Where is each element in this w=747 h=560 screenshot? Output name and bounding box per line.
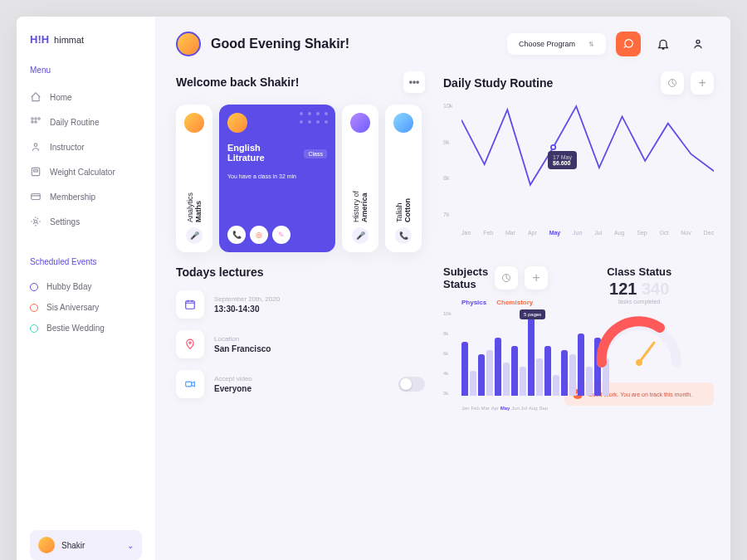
lecture-item-location: LocationSan Francisco <box>176 330 425 358</box>
line-chart: 10k9k8k7k 17 May $6.600 JanFebMarAprMayJ… <box>443 103 714 236</box>
menu-item-label: Instructor <box>50 143 85 152</box>
svg-point-12 <box>308 112 311 115</box>
lecture-item-time: September 20th, 202013:30-14:30 <box>176 290 425 319</box>
menu-item-label: Weight Calculator <box>50 168 115 177</box>
bar <box>486 350 493 396</box>
avatar[interactable] <box>176 32 201 56</box>
svg-point-25 <box>636 359 642 366</box>
chart-type-button[interactable] <box>661 71 684 95</box>
topbar: Good Evening Shakir! Choose Program ⇅ <box>156 17 730 71</box>
app-window: H!H himmat Menu Home Daily Routine Instr… <box>17 17 730 560</box>
svg-point-17 <box>316 120 320 124</box>
bars <box>461 311 548 396</box>
bar-chart: 10k8k6k4k0k 5 pages JanFebMarAprMayJunJu… <box>443 311 548 411</box>
status-value: 121 340 <box>564 280 714 299</box>
chart-type-button[interactable] <box>495 266 518 290</box>
bottom-right: Subjects Status + Physics Chemistory 10k… <box>443 265 714 560</box>
logo[interactable]: H!H himmat <box>30 33 142 46</box>
subject-tabs: Physics Chemistory <box>443 299 548 306</box>
chat-button[interactable] <box>616 32 641 56</box>
course-card[interactable]: TaliahCotton 📞 <box>385 105 422 252</box>
status-section: Class Status 121 340 tasks completed ✓ <box>564 265 714 560</box>
main: Good Evening Shakir! Choose Program ⇅ We… <box>156 17 730 560</box>
bar <box>528 317 535 396</box>
course-card[interactable]: History ofAmerica 🎤 <box>342 105 378 252</box>
phone-icon[interactable]: 📞 <box>227 226 246 244</box>
user-chip[interactable]: Shakir ⌄ <box>30 530 142 560</box>
lecture-label: Accept video <box>214 375 252 382</box>
bell-icon[interactable] <box>651 32 676 56</box>
course-card[interactable]: AnalyticsMaths 🎤 <box>176 105 212 252</box>
event-item[interactable]: Bestie Wedding <box>30 318 142 338</box>
welcome-section: Welcome back Shakir! ••• AnalyticsMaths … <box>176 71 425 252</box>
lecture-label: Location <box>214 335 271 343</box>
gauge-chart <box>589 313 689 371</box>
logo-icon: H!H <box>30 33 49 46</box>
sidebar-item-membership[interactable]: Membership <box>30 184 142 209</box>
sidebar-item-home[interactable]: Home <box>30 85 142 110</box>
more-button[interactable]: ••• <box>403 71 425 93</box>
course-subtitle: You have a class in 32 min <box>227 173 296 179</box>
tooltip-label: 17 May <box>553 154 572 160</box>
phone-icon[interactable]: 📞 <box>395 227 412 244</box>
bar <box>544 346 551 396</box>
sidebar-item-instructor[interactable]: Instructor <box>30 134 142 159</box>
mic-icon[interactable]: 🎤 <box>186 227 203 244</box>
line-path <box>461 103 714 205</box>
bar-tooltip: 5 pages <box>520 309 545 319</box>
subjects-section: Subjects Status + Physics Chemistory 10k… <box>443 265 548 560</box>
sidebar-item-settings[interactable]: Settings <box>30 209 142 234</box>
lecture-value: Everyone <box>214 384 252 393</box>
add-button[interactable]: + <box>691 71 714 95</box>
bar <box>586 367 593 396</box>
course-card-active[interactable]: English Litrature Class You have a class… <box>219 105 335 252</box>
calendar-icon <box>176 290 204 319</box>
tab-chemistry[interactable]: Chemistory <box>496 299 533 306</box>
avatar <box>227 113 247 133</box>
sidebar-item-weight[interactable]: Weight Calculator <box>30 159 142 184</box>
profile-icon[interactable] <box>686 32 710 56</box>
course-actions: 📞 ◎ ✎ <box>227 226 290 244</box>
program-select[interactable]: Choose Program ⇅ <box>507 33 606 55</box>
bar <box>511 346 518 396</box>
event-item[interactable]: Sis Aniversary <box>30 297 142 318</box>
sidebar-item-routine[interactable]: Daily Routine <box>30 110 142 134</box>
add-button[interactable]: + <box>525 266 548 290</box>
svg-rect-7 <box>34 170 38 172</box>
events-label: Scheduled Events <box>30 257 142 266</box>
avatar <box>184 113 204 133</box>
svg-point-10 <box>696 40 700 43</box>
course-tag: Class <box>304 149 327 158</box>
event-item[interactable]: Hubby Bday <box>30 276 142 297</box>
svg-rect-21 <box>186 301 195 309</box>
x-axis: JanFebMarAprMayJunJulAugSepOctNovDec <box>461 230 714 236</box>
menu-item-label: Membership <box>50 192 95 202</box>
bar <box>536 358 543 396</box>
edit-icon[interactable]: ✎ <box>272 226 290 244</box>
svg-point-18 <box>325 120 328 124</box>
bar <box>553 375 559 396</box>
tab-physics[interactable]: Physics <box>461 299 486 306</box>
x-axis: JanFebMarAprMayJunJulAugSep <box>461 406 548 411</box>
target-icon[interactable]: ◎ <box>250 226 268 244</box>
svg-point-16 <box>308 120 311 124</box>
select-chevron-icon: ⇅ <box>588 41 594 48</box>
event-dot-icon <box>30 304 38 312</box>
mic-icon[interactable]: 🎤 <box>352 227 369 244</box>
event-label: Bestie Wedding <box>46 324 105 333</box>
course-title: TaliahCotton <box>395 139 412 222</box>
event-label: Sis Aniversary <box>46 303 99 312</box>
tooltip-value: $6.600 <box>553 160 572 166</box>
svg-point-14 <box>325 112 328 115</box>
user-name: Shakir <box>61 541 85 550</box>
course-title: English Litrature <box>227 143 299 163</box>
status-subtitle: tasks completed <box>564 299 714 304</box>
video-toggle[interactable] <box>398 377 425 392</box>
menu-item-label: Home <box>50 93 72 102</box>
bar <box>478 354 485 396</box>
lecture-label: September 20th, 2020 <box>214 295 280 303</box>
pin-icon <box>176 330 204 358</box>
y-axis: 10k9k8k7k <box>443 103 452 217</box>
lecture-value: 13:30-14:30 <box>214 304 280 314</box>
event-label: Hubby Bday <box>46 282 91 291</box>
